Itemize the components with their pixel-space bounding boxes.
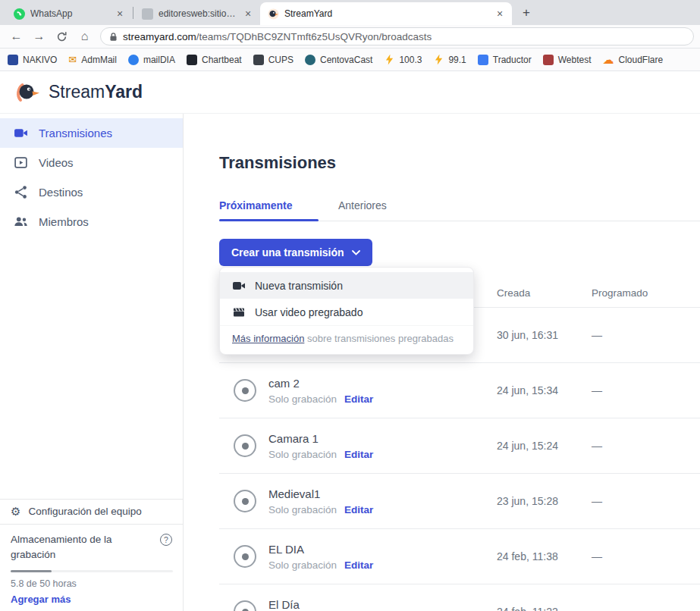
broadcast-title: Medieval1	[268, 487, 373, 500]
bookmark-label: Chartbeat	[202, 55, 242, 65]
help-icon[interactable]: ?	[160, 534, 172, 546]
bookmark-cups[interactable]: CUPS	[253, 55, 293, 65]
create-broadcast-button[interactable]: Crear una transmisión	[219, 239, 372, 266]
main-content: Transmisiones Próximamente Anteriores Cr…	[184, 114, 700, 611]
bookmark-label: AdmMail	[81, 55, 117, 65]
scheduled-cell: —	[592, 329, 700, 341]
duck-logo-icon	[15, 80, 41, 105]
menu-item-label: Usar video pregrabado	[255, 306, 363, 318]
sidebar-item-label: Miembros	[39, 215, 89, 228]
bookmark-label: CUPS	[268, 55, 293, 65]
members-icon	[14, 215, 28, 229]
team-settings-button[interactable]: ⚙ Configuración del equipo	[0, 499, 183, 525]
share-icon	[14, 185, 28, 199]
broadcast-title: EL DIA	[268, 543, 373, 556]
scheduled-cell: —	[592, 606, 700, 611]
browser-tab-whatsapp[interactable]: WhatsApp ×	[6, 2, 132, 25]
tab-anteriores[interactable]: Anteriores	[338, 199, 438, 221]
new-tab-button[interactable]: +	[516, 3, 536, 23]
more-info-link[interactable]: Más información	[232, 333, 304, 344]
bookmark-label: CloudFlare	[619, 55, 664, 65]
broadcast-subtitle: Solo grabación	[268, 393, 337, 405]
sidebar-item-miembros[interactable]: Miembros	[0, 207, 183, 237]
sidebar-item-label: Videos	[39, 156, 74, 169]
bookmark-nakivo[interactable]: NAKIVO	[8, 55, 57, 65]
bookmark-traductor[interactable]: Traductor	[478, 55, 532, 65]
created-cell: 24 jun, 15:24	[497, 440, 592, 452]
envelope-icon: ✉	[68, 55, 77, 64]
bookmark-maildia[interactable]: mailDIA	[128, 55, 175, 65]
tab-title: editoresweb:sitioweb:eldia.co	[159, 8, 237, 19]
more-info-text: sobre transmisiones pregrabadas	[304, 333, 454, 344]
bookmark-cloudflare[interactable]: ☁CloudFlare	[603, 54, 664, 65]
storage-progress-fill	[11, 570, 52, 572]
storage-title: Almacenamiento de la grabación	[11, 532, 132, 563]
forward-button[interactable]: →	[29, 27, 49, 46]
bookmark-radio-100-3[interactable]: 100.3	[384, 55, 422, 65]
bookmark-chartbeat[interactable]: Chartbeat	[187, 55, 242, 65]
table-row: Camara 1 Solo grabaciónEditar 24 jun, 15…	[219, 418, 700, 474]
lightning-icon	[433, 55, 444, 65]
created-cell: 23 jun, 15:28	[497, 495, 592, 507]
tab-proximamente[interactable]: Próximamente	[219, 199, 319, 221]
add-more-link[interactable]: Agregar más	[11, 594, 172, 605]
record-icon	[234, 490, 256, 512]
menu-item-new-broadcast[interactable]: Nueva transmisión	[220, 272, 473, 299]
menu-footer: Más información sobre transmisiones preg…	[220, 325, 473, 354]
column-scheduled: Programado	[592, 287, 700, 299]
sidebar-item-destinos[interactable]: Destinos	[0, 177, 183, 207]
streamyard-favicon	[268, 8, 279, 20]
bookmark-webtest[interactable]: Webtest	[543, 55, 592, 65]
edit-link[interactable]: Editar	[344, 449, 373, 460]
team-settings-label: Configuración del equipo	[28, 506, 141, 517]
address-bar[interactable]: streamyard.com/teams/TQDhBC9ZNTmft6z5UsQ…	[100, 27, 694, 45]
close-tab-icon[interactable]: ×	[494, 8, 506, 20]
bookmark-centovacast[interactable]: CentovaCast	[305, 55, 372, 65]
bookmark-label: mailDIA	[143, 55, 175, 65]
centovacast-icon	[305, 55, 315, 65]
bookmark-label: Traductor	[493, 55, 532, 65]
site-icon	[142, 8, 153, 20]
gear-icon: ⚙	[11, 506, 20, 517]
scheduled-cell: —	[592, 495, 700, 507]
sidebar-item-transmisiones[interactable]: Transmisiones	[0, 118, 183, 148]
broadcast-subtitle: Solo grabación	[268, 449, 337, 460]
broadcast-subtitle: Solo grabación	[268, 559, 337, 571]
broadcast-title: cam 2	[268, 377, 373, 390]
back-button[interactable]: ←	[6, 27, 27, 46]
browser-tab-eldia[interactable]: editoresweb:sitioweb:eldia.co ×	[134, 2, 260, 25]
bookmark-label: 99.1	[448, 55, 466, 65]
close-tab-icon[interactable]: ×	[242, 8, 254, 20]
bookmark-admmail[interactable]: ✉AdmMail	[68, 55, 117, 65]
sidebar-item-videos[interactable]: Videos	[0, 148, 183, 177]
streamyard-logo[interactable]: StreamYard	[15, 80, 143, 105]
created-cell: 24 feb, 11:38	[497, 550, 592, 562]
bookmark-radio-99-1[interactable]: 99.1	[433, 55, 466, 65]
bookmark-label: NAKIVO	[23, 55, 57, 65]
edit-link[interactable]: Editar	[344, 393, 373, 405]
storage-used-label: 5.8 de 50 horas	[11, 578, 172, 589]
broadcast-title: Camara 1	[268, 432, 373, 445]
reload-button[interactable]	[52, 27, 72, 46]
url-domain: streamyard.com	[123, 31, 196, 42]
edit-link[interactable]: Editar	[344, 559, 373, 571]
sidebar-item-label: Transmisiones	[39, 127, 112, 139]
browser-window: WhatsApp × editoresweb:sitioweb:eldia.co…	[0, 0, 700, 611]
storage-progress-bar	[11, 570, 173, 572]
browser-tab-streamyard[interactable]: StreamYard ×	[260, 2, 512, 25]
sidebar-footer: ⚙ Configuración del equipo Almacenamient…	[0, 499, 183, 611]
cloud-icon: ☁	[603, 54, 614, 65]
created-cell: 30 jun, 16:31	[497, 329, 592, 341]
close-tab-icon[interactable]: ×	[114, 8, 126, 20]
streamyard-header: StreamYard	[0, 71, 700, 114]
create-broadcast-menu: Nueva transmisión Usar video pregrabado …	[219, 267, 474, 355]
record-icon	[234, 545, 256, 568]
brand-part-yard: Yard	[105, 82, 143, 102]
edit-link[interactable]: Editar	[344, 504, 373, 515]
home-button[interactable]: ⌂	[74, 27, 95, 46]
chevron-down-icon	[352, 250, 360, 255]
bookmark-label: Webtest	[558, 55, 592, 65]
scheduled-cell: —	[592, 550, 700, 562]
tab-title: WhatsApp	[30, 8, 108, 19]
menu-item-prerecorded-video[interactable]: Usar video pregrabado	[220, 299, 473, 325]
